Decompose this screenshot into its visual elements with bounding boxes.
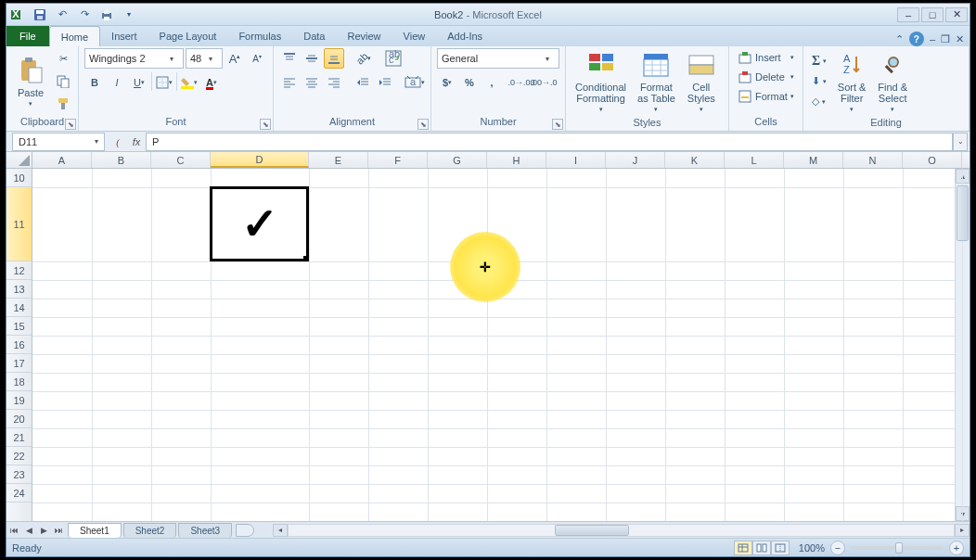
row-header-13[interactable]: 13: [6, 280, 32, 299]
row-header-16[interactable]: 16: [6, 336, 32, 354]
column-header-A[interactable]: A: [32, 152, 92, 168]
column-header-O[interactable]: O: [903, 152, 962, 168]
sheet-tab-sheet1[interactable]: Sheet1: [68, 523, 122, 538]
italic-button[interactable]: I: [107, 72, 127, 93]
tab-view[interactable]: View: [392, 26, 437, 46]
save-icon[interactable]: [32, 7, 47, 22]
row-header-10[interactable]: 10: [6, 169, 32, 187]
column-header-G[interactable]: G: [428, 152, 487, 168]
column-header-C[interactable]: C: [151, 152, 211, 168]
underline-button[interactable]: U▾: [129, 72, 149, 93]
zoom-in-button[interactable]: +: [949, 541, 964, 555]
column-header-I[interactable]: I: [546, 152, 606, 168]
column-header-M[interactable]: M: [784, 152, 843, 168]
alignment-dialog-launcher[interactable]: ⬊: [417, 119, 429, 130]
font-size-combo[interactable]: 48▾: [186, 48, 223, 69]
copy-button[interactable]: [53, 71, 73, 92]
sheet-nav-first[interactable]: ⏮: [6, 523, 21, 538]
increase-indent-button[interactable]: [375, 72, 395, 93]
row-header-22[interactable]: 22: [6, 447, 32, 465]
format-cells-button[interactable]: Format▾: [735, 87, 797, 106]
row-header-23[interactable]: 23: [6, 465, 32, 484]
fill-button[interactable]: ⬇▾: [809, 72, 829, 91]
cancel-button[interactable]: (: [109, 133, 127, 151]
help-icon[interactable]: ?: [909, 32, 924, 46]
mdi-close-icon[interactable]: ✕: [956, 33, 964, 45]
align-right-button[interactable]: [324, 72, 344, 93]
conditional-formatting-button[interactable]: Conditional Formatting▾: [571, 48, 630, 115]
selected-cell[interactable]: ✓: [210, 186, 309, 261]
minimize-ribbon-icon[interactable]: ⌃: [895, 33, 904, 45]
tab-home[interactable]: Home: [49, 26, 100, 46]
expand-formula-bar[interactable]: ⌄: [953, 133, 968, 151]
increase-font-button[interactable]: A▴: [225, 48, 245, 69]
row-header-14[interactable]: 14: [6, 299, 32, 317]
print-icon[interactable]: [99, 7, 114, 22]
name-box[interactable]: D11▾: [12, 133, 105, 151]
qat-dropdown-icon[interactable]: ▾: [122, 7, 136, 22]
column-header-D[interactable]: D: [211, 152, 309, 168]
minimize-button[interactable]: –: [897, 7, 919, 22]
column-header-B[interactable]: B: [92, 152, 151, 168]
tab-formulas[interactable]: Formulas: [227, 26, 292, 46]
autosum-button[interactable]: Σ▾: [809, 52, 829, 70]
column-header-N[interactable]: N: [843, 152, 903, 168]
align-center-button[interactable]: [302, 72, 322, 93]
percent-format-button[interactable]: %: [459, 72, 480, 93]
row-header-21[interactable]: 21: [6, 428, 32, 447]
page-layout-view-button[interactable]: [752, 541, 771, 555]
scroll-left-button[interactable]: ◂: [273, 524, 288, 537]
decrease-font-button[interactable]: A▾: [247, 48, 267, 69]
clear-button[interactable]: ◇▾: [809, 93, 829, 111]
mdi-restore-icon[interactable]: ❐: [941, 33, 950, 45]
column-header-L[interactable]: L: [725, 152, 784, 168]
page-break-view-button[interactable]: [771, 541, 790, 555]
sheet-nav-last[interactable]: ⏭: [51, 523, 66, 538]
delete-cells-button[interactable]: Delete▾: [735, 68, 797, 86]
row-header-24[interactable]: 24: [6, 484, 32, 503]
zoom-slider[interactable]: [851, 546, 944, 550]
row-header-20[interactable]: 20: [6, 410, 32, 428]
comma-format-button[interactable]: ,: [482, 72, 502, 93]
find-select-button[interactable]: Find & Select▾: [874, 48, 911, 115]
normal-view-button[interactable]: [734, 541, 752, 555]
mdi-minimize-icon[interactable]: –: [930, 33, 935, 45]
cells-area[interactable]: ✓✛: [32, 169, 955, 521]
vertical-scrollbar[interactable]: ▴ ▾: [955, 169, 970, 521]
number-format-combo[interactable]: General▾: [437, 48, 559, 69]
hscroll-thumb[interactable]: [555, 525, 629, 536]
insert-cells-button[interactable]: Insert▾: [735, 48, 797, 67]
tab-file[interactable]: File: [6, 26, 49, 46]
vscroll-thumb[interactable]: [957, 185, 969, 241]
align-middle-button[interactable]: [302, 48, 322, 69]
fill-color-button[interactable]: ▾: [179, 72, 199, 93]
align-left-button[interactable]: [279, 72, 300, 93]
column-header-K[interactable]: K: [665, 152, 725, 168]
clipboard-dialog-launcher[interactable]: ⬊: [65, 119, 76, 130]
new-sheet-button[interactable]: [236, 524, 254, 537]
font-name-combo[interactable]: Wingdings 2▾: [84, 48, 184, 69]
column-header-J[interactable]: J: [606, 152, 665, 168]
tab-page-layout[interactable]: Page Layout: [148, 26, 228, 46]
row-header-12[interactable]: 12: [6, 261, 32, 280]
zoom-slider-knob[interactable]: [895, 542, 903, 554]
borders-button[interactable]: ▾: [154, 72, 174, 93]
scroll-right-button[interactable]: ▸: [955, 524, 970, 537]
decrease-indent-button[interactable]: [353, 72, 373, 93]
tab-addins[interactable]: Add-Ins: [436, 26, 494, 46]
merge-center-button[interactable]: a▾: [405, 72, 425, 93]
row-header-18[interactable]: 18: [6, 373, 32, 391]
tab-data[interactable]: Data: [292, 26, 336, 46]
font-dialog-launcher[interactable]: ⬊: [260, 119, 271, 130]
align-bottom-button[interactable]: [324, 48, 344, 69]
column-header-F[interactable]: F: [368, 152, 428, 168]
align-top-button[interactable]: [279, 48, 300, 69]
redo-icon[interactable]: ↷: [77, 7, 92, 22]
close-button[interactable]: ✕: [945, 7, 968, 22]
accounting-format-button[interactable]: $▾: [437, 72, 457, 93]
format-painter-button[interactable]: [53, 94, 73, 114]
row-header-15[interactable]: 15: [6, 317, 32, 336]
fx-button[interactable]: fx: [127, 133, 146, 151]
cut-button[interactable]: ✂: [53, 49, 73, 70]
format-as-table-button[interactable]: Format as Table▾: [634, 48, 679, 115]
